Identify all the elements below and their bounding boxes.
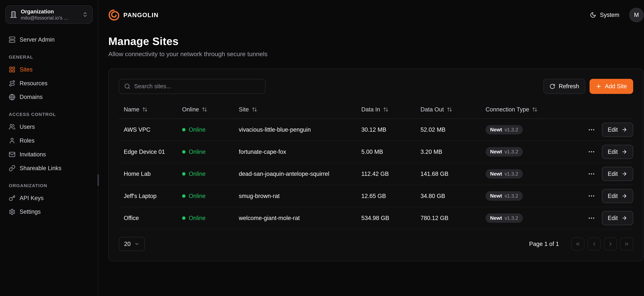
toolbar-actions: Refresh Add Site [543,79,633,94]
sidebar-item-roles[interactable]: Roles [6,134,92,148]
sort-icon [202,107,207,112]
status-label: Online [189,148,206,155]
cell-data-out: 34.80 GB [416,193,480,200]
cell-status: Online [177,193,234,200]
next-page-button[interactable] [604,238,617,250]
column-header-name[interactable]: Name [119,106,177,113]
cell-actions: Edit [572,167,633,181]
column-header-data-out[interactable]: Data Out [416,106,480,113]
page-size-select[interactable]: 20 [119,237,145,251]
sidebar-item-sites[interactable]: Sites [6,63,92,76]
sidebar-item-label: Invitations [20,151,46,158]
search-input[interactable] [134,83,260,90]
server-icon [9,36,16,43]
theme-label: System [600,12,620,18]
cell-data-in: 534.98 GB [356,215,416,222]
page-size-value: 20 [124,240,130,247]
prev-page-button[interactable] [588,238,600,250]
pager: Page 1 of 1 [529,238,633,250]
brand-logo[interactable]: PANGOLIN [108,10,158,20]
sidebar: Organization milo@fossorial.io's ... Ser… [0,0,98,296]
cell-site: dead-san-joaquin-antelope-squirrel [234,170,356,177]
row-menu-icon[interactable] [588,170,595,178]
sidebar-item-server-admin[interactable]: Server Admin [6,33,92,47]
client-name: Newt [490,127,502,133]
refresh-button[interactable]: Refresh [543,79,585,94]
sidebar-item-invitations[interactable]: Invitations [6,148,92,162]
brand-name: PANGOLIN [124,11,158,18]
theme-toggle[interactable]: System [590,12,620,18]
row-menu-icon[interactable] [588,192,595,200]
user-icon [9,137,16,144]
page-subtitle: Allow connectivity to your network throu… [108,50,644,58]
cell-actions: Edit [572,122,633,137]
client-version: v1.3.2 [504,149,518,155]
top-bar-right: System M [590,8,644,22]
sort-icon [383,107,388,112]
search-box [119,79,266,94]
row-menu-icon[interactable] [588,126,595,134]
edit-button[interactable]: Edit [602,211,633,225]
sort-icon [447,107,452,112]
chevron-down-icon [134,242,139,246]
chevrons-up-down-icon [82,12,88,18]
plus-icon [596,84,602,89]
edit-label: Edit [608,193,618,200]
grid-icon [9,66,16,73]
sort-icon [532,107,538,112]
cell-status: Online [177,170,234,177]
row-menu-icon[interactable] [588,214,595,222]
edit-label: Edit [608,215,618,222]
sidebar-item-domains[interactable]: Domains [6,90,92,104]
page-info: Page 1 of 1 [529,240,559,247]
sidebar-item-settings[interactable]: Settings [6,205,92,219]
sidebar-item-label: Roles [20,137,34,144]
cell-data-out: 780.12 GB [416,215,480,222]
chevrons-left-icon [575,241,581,247]
add-site-button[interactable]: Add Site [590,79,633,94]
sidebar-item-shareable-links[interactable]: Shareable Links [6,161,92,175]
connection-type-badge: Newtv1.3.2 [486,169,523,178]
page-title: Manage Sites [108,35,644,48]
first-page-button[interactable] [572,238,584,250]
cell-name: Home Lab [119,170,177,177]
page-header: Manage Sites Allow connectivity to your … [108,35,644,58]
edit-label: Edit [608,148,618,155]
column-header-site[interactable]: Site [234,106,356,113]
cell-actions: Edit [572,189,633,203]
chevron-left-icon [591,241,597,247]
avatar[interactable]: M [629,8,644,22]
client-version: v1.3.2 [504,171,518,177]
edit-button[interactable]: Edit [602,189,633,203]
sidebar-item-label: Sites [20,66,32,73]
connection-type-badge: Newtv1.3.2 [486,147,523,156]
edit-button[interactable]: Edit [602,167,633,181]
sidebar-scrollbar[interactable] [98,174,99,186]
last-page-button[interactable] [620,238,633,250]
table-row: Office Online welcome-giant-mole-rat 534… [119,207,633,230]
status-label: Online [189,193,206,200]
add-site-label: Add Site [605,83,627,90]
users-icon [9,124,16,130]
org-switcher-texts: Organization milo@fossorial.io's ... [21,8,78,21]
column-header-online[interactable]: Online [177,106,234,113]
column-header-data-in[interactable]: Data In [356,106,416,113]
arrow-right-icon [622,171,627,177]
column-header-connection-type[interactable]: Connection Type [480,106,572,113]
cell-connection-type: Newtv1.3.2 [480,125,572,134]
search-icon [124,83,130,90]
row-menu-icon[interactable] [588,148,595,156]
cell-name: Edge Device 01 [119,148,177,155]
edit-label: Edit [608,126,618,133]
client-version: v1.3.2 [504,127,518,133]
status-label: Online [189,126,206,133]
sidebar-item-api-keys[interactable]: API Keys [6,191,92,205]
chevrons-right-icon [624,241,630,247]
sidebar-item-resources[interactable]: Resources [6,76,92,90]
org-switcher[interactable]: Organization milo@fossorial.io's ... [6,6,92,24]
edit-button[interactable]: Edit [602,145,633,159]
sidebar-item-users[interactable]: Users [6,120,92,134]
edit-button[interactable]: Edit [602,122,633,137]
online-dot [182,150,186,154]
route-icon [9,80,16,87]
